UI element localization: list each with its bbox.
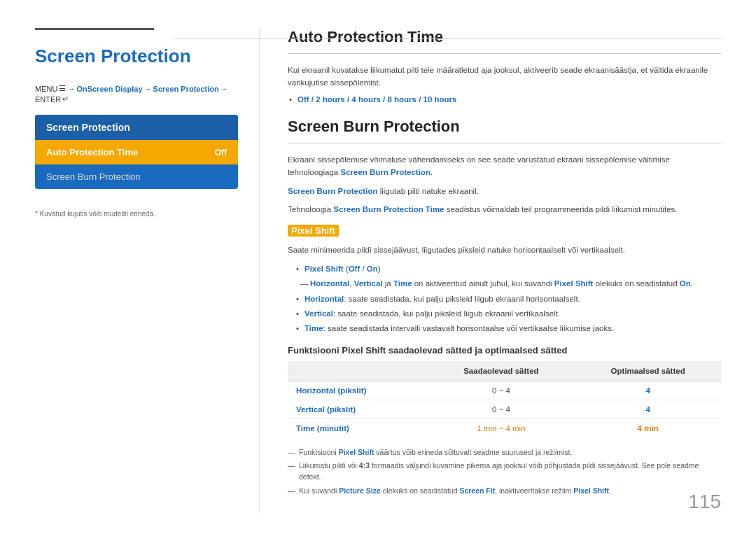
pixel-shift-footnotes: Funktsiooni Pixel Shift väärtus võib eri… (288, 447, 721, 497)
options-item: Off / 2 hours / 4 hours / 8 hours / 10 h… (288, 95, 721, 104)
page-number: 115 (688, 491, 721, 513)
left-column: Screen Protection MENU ☰ → OnScreen Disp… (35, 28, 259, 513)
screen-burn-link1: Screen Burn Protection (340, 168, 430, 176)
pixel-shift-label: Pixel Shift (288, 225, 339, 237)
row-label-time: Time (minutit) (288, 419, 427, 437)
fn-item-2: Liikumatu pildi või 4:3 formaadis väljun… (288, 461, 721, 483)
table-section-title: Funktsiooni Pixel Shift saadaolevad sätt… (288, 345, 721, 356)
col-header-optimal: Optimaalsed sätted (575, 361, 721, 381)
screen-protection-menu-box: Screen Protection Auto Protection Time O… (35, 115, 238, 189)
table-row: Vertical (pikslit) 0 ~ 4 4 (288, 400, 721, 419)
auto-protection-body: Kui ekraanil kuvatakse liikumatut pilti … (288, 64, 721, 90)
row-range-horizontal: 0 ~ 4 (427, 381, 575, 400)
pixel-shift-bullets: Pixel Shift (Off / On) Horizontal, Verti… (295, 262, 721, 335)
screen-burn-section: Screen Burn Protection Ekraani sissepõle… (288, 118, 721, 216)
table-row: Time (minutit) 1 min ~ 4 min 4 min (288, 419, 721, 437)
screen-burn-link3: Screen Burn Protection Time (333, 205, 444, 213)
onscreen-display-link[interactable]: OnScreen Display (76, 85, 142, 93)
menu-path: MENU ☰ → OnScreen Display → Screen Prote… (35, 84, 238, 104)
row-range-vertical: 0 ~ 4 (427, 400, 575, 419)
screen-protection-link[interactable]: Screen Protection (153, 85, 219, 93)
menu-box-header: Screen Protection (35, 115, 238, 140)
fn-item-3: Kui suvandi Picture Size olekuks on sead… (288, 486, 721, 497)
menu-item-auto-protection[interactable]: Auto Protection Time Off (35, 140, 238, 164)
arrow2: → (144, 85, 152, 93)
options-text: Off / 2 hours / 4 hours / 8 hours / 10 h… (298, 95, 456, 104)
left-section-title: Screen Protection (35, 45, 238, 67)
col-header-available: Saadaolevad sätted (427, 361, 575, 381)
row-label-vertical: Vertical (pikslit) (288, 400, 427, 419)
dash-horizontal-note: Horizontal, Vertical ja Time on aktiveer… (295, 277, 721, 290)
enter-label: ENTER (35, 95, 61, 104)
screen-burn-link2: Screen Burn Protection (288, 187, 377, 195)
pixel-shift-body: Saate minimeerida pildi sissejäävust, li… (288, 244, 721, 256)
row-label-horizontal: Horizontal (pikslit) (288, 381, 427, 400)
menu-item-label: Screen Burn Protection (46, 171, 140, 182)
bullet-text: Pixel Shift (Off / On) (304, 265, 381, 273)
auto-protection-section: Auto Protection Time Kui ekraanil kuvata… (288, 28, 721, 104)
row-optimal-vertical: 4 (575, 400, 721, 419)
fn-item-1: Funktsiooni Pixel Shift väärtus võib eri… (288, 447, 721, 458)
pixel-shift-section: Pixel Shift Saate minimeerida pildi siss… (288, 224, 721, 496)
top-divider-line (175, 38, 721, 39)
menu-icon: ☰ (59, 84, 66, 93)
bullet-vertical: Vertical: saate seadistada, kui palju pi… (295, 307, 721, 320)
enter-icon: ↵ (62, 94, 69, 104)
pixel-shift-table: Saadaolevad sätted Optimaalsed sätted Ho… (288, 361, 721, 437)
menu-label: MENU (35, 85, 57, 93)
col-header-feature (288, 361, 427, 381)
row-range-time: 1 min ~ 4 min (427, 419, 575, 437)
right-column: Auto Protection Time Kui ekraanil kuvata… (259, 28, 721, 513)
menu-item-screen-burn[interactable]: Screen Burn Protection (35, 164, 238, 189)
bullet-pixel-shift-onoff: Pixel Shift (Off / On) (295, 262, 721, 275)
table-header-row: Saadaolevad sätted Optimaalsed sätted (288, 361, 721, 381)
screen-burn-title: Screen Burn Protection (288, 118, 721, 143)
arrow1: → (67, 85, 75, 93)
screen-burn-body3: Tehnoloogia Screen Burn Protection Time … (288, 203, 721, 216)
screen-burn-body2: Screen Burn Protection liigutab pilti na… (288, 185, 721, 197)
bullet-time: Time: saate seadistada intervalli vastav… (295, 322, 721, 335)
screen-burn-body1: Ekraani sissepõlemise võimaluse vähendam… (288, 153, 721, 179)
auto-protection-options-list: Off / 2 hours / 4 hours / 8 hours / 10 h… (288, 95, 721, 104)
auto-protection-title: Auto Protection Time (288, 28, 721, 54)
menu-item-value: Off (215, 148, 227, 157)
top-line-decoration (35, 28, 154, 30)
row-optimal-horizontal: 4 (575, 381, 721, 400)
bullet-horizontal: Horizontal: saate seadistada, kui palju … (295, 293, 721, 305)
row-optimal-time: 4 min (575, 419, 721, 437)
table-row: Horizontal (pikslit) 0 ~ 4 4 (288, 381, 721, 400)
arrow3: → (220, 85, 228, 93)
left-footnote: * Kuvatud kujutis võib mudeliti erineda. (35, 210, 238, 218)
menu-item-label: Auto Protection Time (46, 147, 138, 157)
